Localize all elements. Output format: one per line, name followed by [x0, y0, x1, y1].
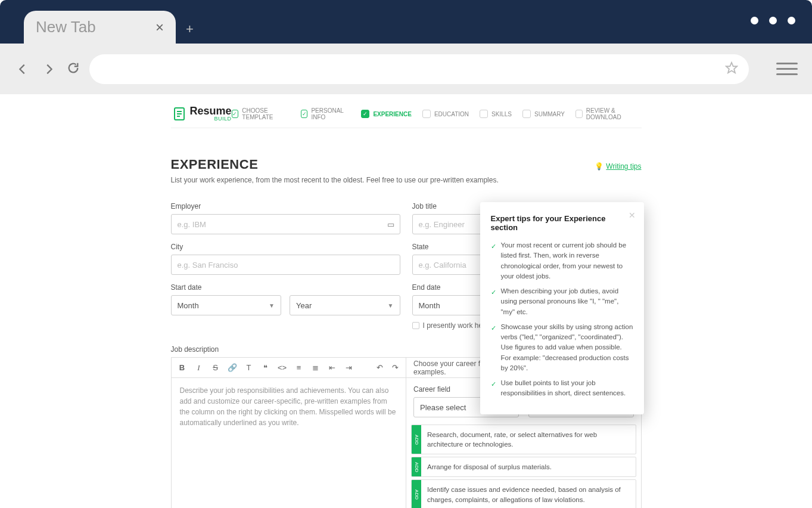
start-date-label: Start date — [171, 283, 400, 292]
svg-marker-0 — [726, 62, 737, 72]
section-subtitle: List your work experience, from the most… — [171, 176, 642, 184]
chevron-down-icon: ▼ — [269, 302, 275, 309]
bookmark-star-icon[interactable] — [725, 61, 738, 77]
suggestion-item[interactable]: ADDArrange for disposal of surplus mater… — [411, 457, 636, 477]
browser-title-bar: New Tab × + — [0, 0, 812, 44]
step-review[interactable]: REVIEW & DOWNLOAD — [575, 107, 640, 120]
section-title: EXPERIENCE — [171, 157, 642, 172]
check-icon: ✓ — [491, 379, 496, 399]
step-skills[interactable]: SKILLS — [480, 110, 512, 118]
window-control-dot[interactable] — [788, 17, 795, 24]
redo-button[interactable]: ↷ — [390, 363, 400, 372]
add-button[interactable]: ADD — [412, 425, 421, 454]
add-button[interactable]: ADD — [412, 457, 421, 476]
job-description-editor[interactable]: Describe your job responsibilities and a… — [172, 378, 406, 503]
logo[interactable]: Resume BUILD — [172, 106, 232, 122]
reload-button[interactable] — [67, 61, 80, 77]
city-input[interactable] — [171, 255, 400, 275]
editor-toolbar: B I S 🔗 T ❝ <> ≡ ≣ ⇤ ⇥ ↶ ↷ — [172, 358, 406, 378]
quote-button[interactable]: ❝ — [261, 363, 270, 372]
tab-title: New Tab — [36, 18, 155, 36]
writing-tips-link[interactable]: 💡 Writing tips — [595, 162, 641, 171]
undo-button[interactable]: ↶ — [375, 363, 384, 372]
start-year-select[interactable]: Year▼ — [290, 295, 400, 315]
employer-input[interactable] — [171, 214, 400, 234]
popover-title: Expert tips for your Experience section — [491, 214, 633, 232]
employer-label: Employer — [171, 202, 400, 210]
link-button[interactable]: 🔗 — [228, 363, 237, 372]
ordered-list-button[interactable]: ≣ — [311, 363, 321, 372]
code-button[interactable]: <> — [278, 363, 287, 372]
logo-text: Resume — [190, 106, 232, 116]
window-control-dot[interactable] — [751, 17, 758, 24]
presently-checkbox[interactable] — [412, 322, 419, 329]
new-tab-button[interactable]: + — [186, 21, 194, 37]
window-control-dot[interactable] — [769, 17, 777, 24]
back-button[interactable] — [14, 61, 31, 78]
check-icon: ✓ — [491, 323, 496, 373]
suggestion-item[interactable]: ADDResearch, document, rate, or select a… — [411, 425, 636, 454]
step-summary[interactable]: SUMMARY — [522, 110, 565, 118]
logo-icon — [172, 107, 186, 121]
step-choose-template[interactable]: ✓CHOOSE TEMPLATE — [232, 107, 290, 120]
outdent-button[interactable]: ⇤ — [328, 363, 337, 372]
tip-text: When describing your job duties, avoid u… — [501, 286, 633, 317]
check-icon: ✓ — [363, 111, 368, 117]
address-bar[interactable] — [89, 54, 749, 84]
tips-popover: ✕ Expert tips for your Experience sectio… — [480, 202, 644, 414]
add-button[interactable]: ADD — [412, 480, 421, 508]
presently-label: I presently work here — [423, 321, 489, 330]
window-controls — [751, 17, 795, 24]
browser-tab[interactable]: New Tab × — [24, 11, 176, 44]
tip-text: Your most recent or current job should b… — [501, 240, 633, 281]
contact-card-icon[interactable]: ▭ — [387, 220, 394, 229]
close-popover-button[interactable]: ✕ — [629, 210, 636, 220]
check-icon: ✓ — [302, 111, 307, 117]
hamburger-menu-button[interactable] — [776, 58, 798, 80]
chevron-down-icon: ▼ — [388, 302, 394, 309]
progress-steps: ✓CHOOSE TEMPLATE ✓PERSONAL INFO ✓EXPERIE… — [232, 107, 640, 120]
city-label: City — [171, 243, 400, 251]
tip-text: Showcase your skills by using strong act… — [501, 322, 633, 373]
bold-button[interactable]: B — [178, 363, 187, 372]
step-personal-info[interactable]: ✓PERSONAL INFO — [301, 107, 351, 120]
check-icon: ✓ — [491, 287, 496, 317]
browser-toolbar — [0, 44, 812, 94]
close-tab-icon[interactable]: × — [155, 19, 164, 36]
lightbulb-icon: 💡 — [595, 162, 603, 171]
indent-button[interactable]: ⇥ — [344, 363, 354, 372]
start-month-select[interactable]: Month▼ — [171, 295, 282, 315]
strikethrough-button[interactable]: S — [211, 363, 220, 372]
suggestion-item[interactable]: ADDIdentify case issues and evidence nee… — [411, 479, 636, 508]
step-education[interactable]: EDUCATION — [422, 110, 469, 118]
step-experience[interactable]: ✓EXPERIENCE — [361, 110, 411, 118]
check-icon: ✓ — [491, 241, 496, 281]
textsize-button[interactable]: T — [244, 363, 254, 372]
italic-button[interactable]: I — [194, 363, 204, 373]
unordered-list-button[interactable]: ≡ — [294, 363, 304, 372]
forward-button[interactable] — [41, 61, 57, 78]
tip-text: Use bullet points to list your job respo… — [501, 378, 633, 399]
check-icon: ✓ — [232, 111, 237, 117]
